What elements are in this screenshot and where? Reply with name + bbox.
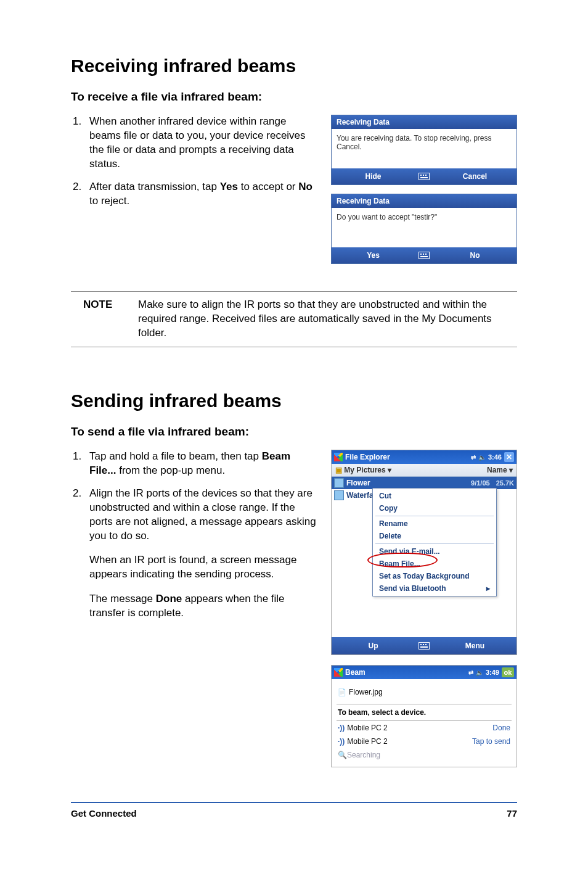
file-explorer-screen: File Explorer 3:46 ✕ ▣ My Pictures Name: [331, 450, 517, 655]
yes-button[interactable]: Yes: [332, 247, 415, 263]
cancel-button[interactable]: Cancel: [433, 168, 517, 184]
keyboard-icon[interactable]: [415, 247, 433, 263]
speaker-icon[interactable]: [478, 453, 486, 461]
menu-send-email[interactable]: Send via E-mail...: [373, 545, 496, 558]
menu-delete[interactable]: Delete: [373, 530, 496, 542]
sort-dropdown[interactable]: Name: [487, 466, 513, 474]
up-button[interactable]: Up: [332, 637, 415, 654]
send1-post: from the pop-up menu.: [116, 464, 225, 476]
send-para-1: When an IR port is found, a screen messa…: [89, 553, 319, 582]
no-button[interactable]: No: [433, 247, 517, 263]
device-row[interactable]: Mobile PC 2 Done: [337, 721, 512, 735]
send2-pre: The message: [89, 593, 156, 604]
dialog1-body: You are receiving data. To stop receivin…: [332, 129, 517, 168]
step2-no: No: [298, 181, 312, 192]
start-icon[interactable]: [334, 668, 343, 677]
speaker-icon[interactable]: [476, 669, 483, 676]
menu-beam-file[interactable]: Beam File...: [373, 558, 496, 570]
subheading-receive: To receive a file via infrared beam:: [71, 90, 517, 104]
note-label: NOTE: [71, 298, 123, 340]
step2-yes: Yes: [220, 181, 238, 192]
clock: 3:49: [486, 669, 499, 676]
clock: 3:46: [488, 453, 502, 461]
image-file-icon: [334, 478, 344, 488]
folder-name: My Pictures: [344, 466, 385, 474]
dialog1-title: Receiving Data: [332, 115, 517, 129]
footer-section: Get Connected: [71, 808, 137, 819]
file-row-flower[interactable]: Flower 9/1/05 25.7K: [332, 477, 517, 489]
send1-pre: Tap and hold a file to beam, then tap: [89, 450, 262, 462]
image-file-icon: [334, 490, 344, 500]
menu-copy[interactable]: Copy: [373, 502, 496, 514]
dialog2-title: Receiving Data: [332, 194, 517, 208]
subheading-send: To send a file via infrared beam:: [71, 425, 517, 439]
menu-cut[interactable]: Cut: [373, 490, 496, 502]
note-text: Make sure to align the IR ports so that …: [138, 298, 517, 340]
device-name: Mobile PC 2: [338, 737, 388, 746]
receiving-dialog-1: Receiving Data You are receiving data. T…: [331, 115, 517, 185]
submenu-arrow-icon: ▸: [486, 584, 490, 593]
device-row[interactable]: Mobile PC 2 Tap to send: [337, 735, 512, 748]
send-step-2: Align the IR ports of the devices so tha…: [84, 487, 319, 543]
close-button[interactable]: ✕: [504, 452, 514, 462]
hide-button[interactable]: Hide: [332, 168, 415, 184]
keyboard-icon[interactable]: [415, 168, 433, 184]
beam-screen: Beam 3:49 ok Flower.jpg To beam, select …: [331, 665, 517, 767]
receive-step-1: When another infrared device within rang…: [84, 115, 319, 171]
send2-bold: Done: [156, 593, 182, 604]
device-name: Mobile PC 2: [338, 724, 388, 732]
menu-button[interactable]: Menu: [433, 637, 517, 654]
send-para-2: The message Done appears when the file t…: [89, 592, 319, 621]
dialog2-body: Do you want to accept "testir?": [332, 208, 517, 247]
folder-dropdown[interactable]: ▣ My Pictures: [335, 466, 391, 474]
fe-title: File Explorer: [345, 453, 468, 461]
menu-send-bluetooth[interactable]: Send via Bluetooth ▸: [373, 582, 496, 595]
menu-set-background[interactable]: Set as Today Background: [373, 570, 496, 582]
keyboard-icon[interactable]: [415, 637, 433, 654]
file-date: 9/1/05: [471, 479, 490, 487]
receiving-dialog-2: Receiving Data Do you want to accept "te…: [331, 194, 517, 264]
step2-pre: After data transmission, tap: [89, 181, 220, 192]
searching-status: Searching: [337, 748, 512, 762]
step2-mid: to accept or: [238, 181, 298, 192]
receive-step-2: After data transmission, tap Yes to acce…: [84, 180, 319, 208]
menu-bt-label: Send via Bluetooth: [379, 584, 446, 593]
start-icon[interactable]: [334, 453, 343, 461]
connectivity-icon[interactable]: [468, 669, 473, 676]
step2-post: to reject.: [89, 195, 129, 207]
note-block: NOTE Make sure to align the IR ports so …: [71, 291, 517, 347]
beam-instruction: To beam, select a device.: [337, 704, 512, 721]
send-step-1: Tap and hold a file to beam, then tap Be…: [84, 450, 319, 478]
footer-page: 77: [507, 808, 517, 819]
file-name: Waterfa: [346, 491, 374, 500]
beam-title: Beam: [345, 668, 466, 677]
device-status: Tap to send: [472, 737, 510, 746]
device-status: Done: [492, 724, 510, 732]
context-menu: Cut Copy Rename Delete Send via E-mail..…: [372, 488, 497, 596]
file-name: Flower: [346, 479, 370, 487]
beam-file-name: Flower.jpg: [337, 684, 512, 700]
heading-receiving: Receiving infrared beams: [71, 56, 517, 76]
ok-button[interactable]: ok: [502, 667, 514, 677]
file-size: 25.7K: [496, 479, 514, 487]
menu-rename[interactable]: Rename: [373, 518, 496, 530]
connectivity-icon[interactable]: [471, 453, 476, 461]
heading-sending: Sending infrared beams: [71, 390, 517, 411]
